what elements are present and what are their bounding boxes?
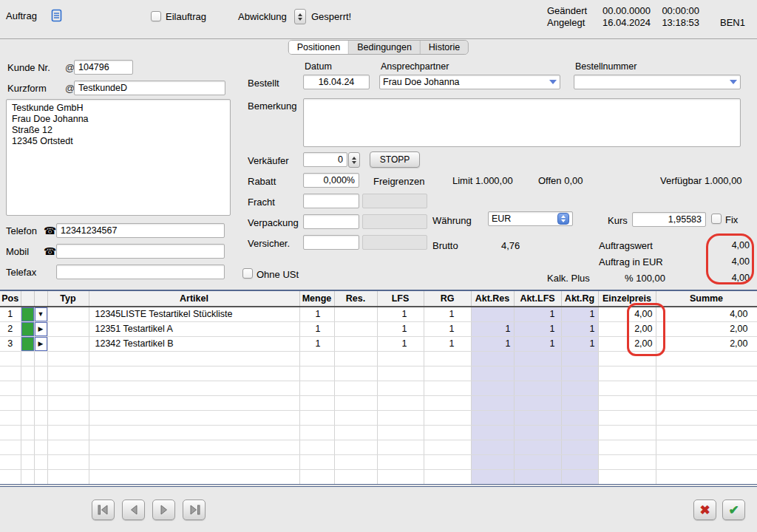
verfuegbar-text: Verfügbar 1.000,00 <box>660 175 742 186</box>
col-header-einzelpreis[interactable]: Einzelpreis <box>598 291 656 307</box>
col-header-res[interactable]: Res. <box>334 291 377 307</box>
kurzform-label: Kurzform <box>7 83 47 94</box>
col-header-typ[interactable]: Typ <box>47 291 89 307</box>
confirm-button[interactable]: ✔ <box>722 499 745 520</box>
col-header-artikel[interactable]: Artikel <box>89 291 299 307</box>
bemerkung-textarea[interactable] <box>303 98 741 147</box>
table-empty-row[interactable] <box>0 469 757 484</box>
mobil-input[interactable] <box>56 244 225 259</box>
ohne-ust-checkbox[interactable] <box>242 268 253 279</box>
cell-einzelpreis: 2,00 <box>598 321 656 336</box>
telefax-input[interactable] <box>56 265 225 279</box>
brutto-value: 4,76 <box>501 240 520 251</box>
kalk-plus-percent: % 100,00 <box>625 273 665 284</box>
bestellnummer-dropdown[interactable] <box>574 75 741 89</box>
kurs-input[interactable] <box>632 212 706 227</box>
fix-checkbox[interactable] <box>711 214 722 224</box>
stepper-down-icon[interactable] <box>298 18 302 21</box>
table-empty-row[interactable] <box>0 351 757 366</box>
ohne-ust-label: Ohne USt <box>257 269 299 280</box>
row-expander-closed-icon[interactable]: ▶ <box>34 321 47 336</box>
kurzform-input[interactable] <box>74 81 225 95</box>
table-empty-row[interactable] <box>0 366 757 381</box>
waehrung-select[interactable]: EUR <box>488 211 573 226</box>
datum-input[interactable] <box>303 75 370 89</box>
cell-artikel: 12342 Testartikel B <box>89 336 299 351</box>
stopp-button[interactable]: STOPP <box>370 151 420 168</box>
cancel-button[interactable]: ✖ <box>693 499 716 520</box>
cell-rg: 1 <box>424 336 471 351</box>
offen-text: Offen 0,00 <box>538 175 583 186</box>
verpackung-input[interactable] <box>303 214 359 229</box>
table-row[interactable]: 3 ▶ 12342 Testartikel B 1 1 1 1 1 1 2,00… <box>0 336 757 351</box>
table-empty-row[interactable] <box>0 454 757 469</box>
kunde-nr-input[interactable] <box>74 60 133 75</box>
last-record-button[interactable] <box>183 499 206 520</box>
angelegt-time: 13:18:53 <box>655 17 699 28</box>
col-header-akt-res[interactable]: Akt.Res <box>471 291 514 307</box>
abwicklung-label: Abwicklung <box>238 11 287 22</box>
dropdown-arrow-icon[interactable] <box>549 80 557 84</box>
previous-record-button[interactable] <box>122 499 145 520</box>
col-header-lfs[interactable]: LFS <box>377 291 424 307</box>
bestellnummer-header: Bestellnummer <box>575 61 637 72</box>
table-empty-row[interactable] <box>0 381 757 395</box>
rabatt-input[interactable] <box>303 173 359 188</box>
address-textarea[interactable]: Testkunde GmbH Frau Doe Johanna Straße 1… <box>6 99 231 216</box>
cell-menge: 1 <box>299 321 334 336</box>
verkaeufer-input[interactable] <box>303 152 347 167</box>
stepper-up-icon[interactable] <box>298 13 302 16</box>
table-empty-row[interactable] <box>0 440 757 454</box>
row-expander-open-icon[interactable]: ▼ <box>34 307 47 321</box>
stepper-up-icon[interactable] <box>352 157 356 160</box>
top-divider <box>0 38 757 39</box>
ansprechpartner-dropdown[interactable]: Frau Doe Johanna <box>379 75 560 89</box>
telefon-input[interactable] <box>56 223 225 238</box>
telefon-label: Telefon <box>6 225 37 236</box>
row-status-color-cell <box>21 307 34 321</box>
table-row[interactable]: 1 ▼ 12345LISTE Testartikel Stückliste 1 … <box>0 307 757 321</box>
eilauftrag-checkbox[interactable] <box>151 11 161 21</box>
abwicklung-stepper[interactable] <box>294 9 306 24</box>
col-header-menge[interactable]: Menge <box>299 291 334 307</box>
cell-typ <box>47 336 89 351</box>
table-row[interactable]: 2 ▶ 12351 Testartikel A 1 1 1 1 1 1 2,00… <box>0 321 757 336</box>
cell-artikel: 12345LISTE Testartikel Stückliste <box>89 307 299 321</box>
popup-arrows-icon[interactable] <box>557 213 569 225</box>
row-expander-closed-icon[interactable]: ▶ <box>34 336 47 351</box>
waehrung-label: Währung <box>432 215 472 226</box>
cell-artikel: 12351 Testartikel A <box>89 321 299 336</box>
table-empty-row[interactable] <box>0 410 757 425</box>
stepper-down-icon[interactable] <box>352 161 356 164</box>
next-record-button[interactable] <box>152 499 175 520</box>
col-header-pos[interactable]: Pos <box>0 291 21 307</box>
col-header-rg[interactable]: RG <box>424 291 471 307</box>
tab-historie[interactable]: Historie <box>421 41 468 54</box>
table-empty-row[interactable] <box>0 425 757 440</box>
brutto-label: Brutto <box>432 240 458 251</box>
versicher-input[interactable] <box>303 235 359 250</box>
gesperrt-label: Gesperrt! <box>311 11 351 22</box>
document-icon[interactable] <box>50 9 64 22</box>
verkaeufer-stepper[interactable] <box>348 152 360 168</box>
col-header-akt-lfs[interactable]: Akt.LFS <box>514 291 561 307</box>
dropdown-arrow-icon[interactable] <box>730 80 737 84</box>
geaendert-label: Geändert <box>547 5 587 16</box>
tab-bedingungen[interactable]: Bedingungen <box>349 41 421 54</box>
table-empty-row[interactable] <box>0 395 757 410</box>
cell-lfs: 1 <box>377 307 424 321</box>
tab-positionen[interactable]: Positionen <box>289 41 349 54</box>
first-record-button[interactable] <box>92 499 115 520</box>
limit-text: Limit 1.000,00 <box>452 175 513 186</box>
geaendert-date: 00.00.0000 <box>595 5 651 16</box>
cell-res <box>334 307 377 321</box>
close-icon: ✖ <box>699 504 710 516</box>
previous-record-icon <box>128 505 140 515</box>
col-header-summe[interactable]: Summe <box>656 291 757 307</box>
window-title: Auftrag <box>6 10 37 21</box>
fracht-input[interactable] <box>303 194 359 208</box>
col-header-akt-rg[interactable]: Akt.Rg <box>561 291 598 307</box>
cell-menge: 1 <box>299 336 334 351</box>
auftrag-eur-label: Auftrag in EUR <box>599 256 663 267</box>
datum-header: Datum <box>305 61 332 72</box>
